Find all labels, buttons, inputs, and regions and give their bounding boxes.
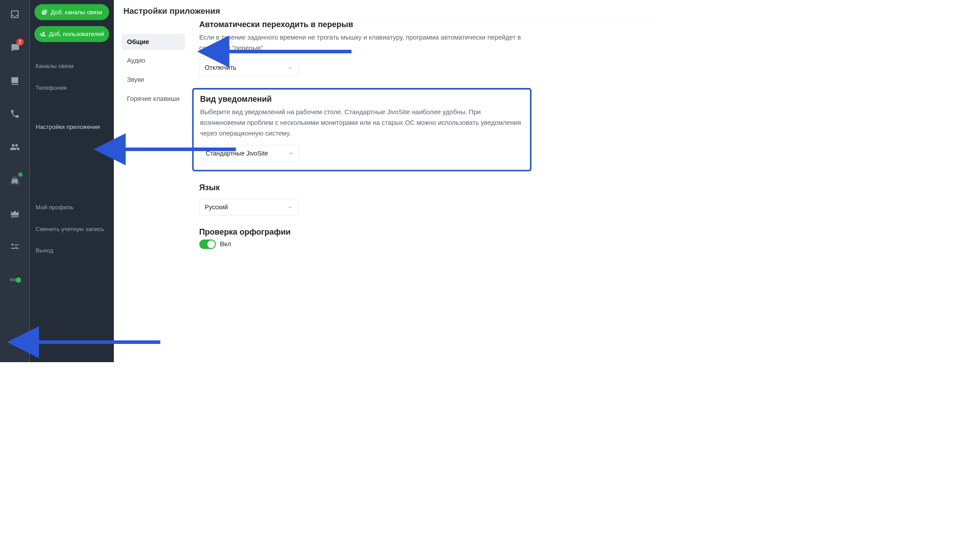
add-channel-icon xyxy=(41,9,48,16)
chat-icon[interactable]: 2 xyxy=(9,41,21,53)
settings-panel: Автоматически переходить в перерыв Если … xyxy=(199,23,531,261)
sidebar-item-switch-account[interactable]: Сменить учетную запись xyxy=(34,221,109,236)
add-users-button[interactable]: Доб. пользователей xyxy=(34,26,109,42)
chevron-down-icon xyxy=(287,204,293,210)
status-dot xyxy=(18,172,22,176)
notifications-title: Вид уведомлений xyxy=(200,95,523,104)
notifications-value: Стандартные JivoSite xyxy=(206,150,268,157)
tab-hotkeys[interactable]: Горячие клавиши xyxy=(121,91,185,107)
binoculars-icon[interactable] xyxy=(9,174,21,186)
iconbar: 2 xyxy=(0,0,30,362)
spellcheck-toggle[interactable] xyxy=(199,240,216,249)
section-language: Язык Русский xyxy=(199,183,531,216)
sidebar-item-channels[interactable]: Каналы связи xyxy=(34,59,109,74)
tab-general[interactable]: Общие xyxy=(121,34,185,50)
chevron-down-icon xyxy=(288,151,293,156)
sidebar-item-profile[interactable]: Мой профиль xyxy=(34,200,109,215)
contact-icon[interactable] xyxy=(9,75,21,87)
sidebar: Доб. каналы связи Доб. пользователей Кан… xyxy=(30,0,114,362)
sidebar-item-telephony[interactable]: Телефония xyxy=(34,80,109,96)
language-value: Русский xyxy=(205,204,228,211)
add-channels-button[interactable]: Доб. каналы связи xyxy=(34,4,109,20)
tab-sounds[interactable]: Звуки xyxy=(121,72,185,88)
language-title: Язык xyxy=(199,183,531,192)
add-user-icon xyxy=(40,31,46,37)
notifications-desc: Выберите вид уведомлений на рабочем стол… xyxy=(200,107,523,138)
sidebar-nav: Каналы связи Телефония Настройки приложе… xyxy=(34,59,109,265)
autobreak-desc: Если в течение заданного времени не трог… xyxy=(199,32,531,53)
add-users-label: Доб. пользователей xyxy=(49,31,104,37)
language-select[interactable]: Русский xyxy=(199,199,298,216)
chat-badge: 2 xyxy=(16,39,24,46)
section-spellcheck: Проверка орфографии Вкл xyxy=(199,228,531,249)
sidebar-item-logout[interactable]: Выход xyxy=(34,243,109,258)
spellcheck-title: Проверка орфографии xyxy=(199,228,531,237)
settings-sliders-icon[interactable] xyxy=(9,241,21,253)
section-autobreak: Автоматически переходить в перерыв Если … xyxy=(199,20,531,76)
autobreak-value: Отключить xyxy=(205,64,237,72)
page-title: Настройки приложения xyxy=(121,0,642,23)
phone-icon[interactable] xyxy=(9,108,21,120)
team-icon[interactable] xyxy=(9,141,21,153)
notifications-select[interactable]: Стандартные JivoSite xyxy=(200,145,299,161)
settings-tabs: Общие Аудио Звуки Горячие клавиши xyxy=(121,23,185,261)
content: Настройки приложения Общие Аудио Звуки Г… xyxy=(114,0,654,362)
sidebar-item-telephony-sub[interactable] xyxy=(34,96,109,111)
section-notifications: Вид уведомлений Выберите вид уведомлений… xyxy=(192,88,531,171)
crown-icon[interactable] xyxy=(9,208,21,220)
presence-toggle[interactable] xyxy=(9,274,21,286)
autobreak-title: Автоматически переходить в перерыв xyxy=(199,20,531,29)
tab-audio[interactable]: Аудио xyxy=(121,53,185,69)
autobreak-select[interactable]: Отключить xyxy=(199,60,298,76)
chevron-down-icon xyxy=(287,65,293,71)
add-channels-label: Доб. каналы связи xyxy=(51,9,102,16)
sidebar-item-app-settings[interactable]: Настройки приложения xyxy=(34,120,109,135)
inbox-icon[interactable] xyxy=(9,8,21,20)
spellcheck-value: Вкл xyxy=(220,240,231,248)
